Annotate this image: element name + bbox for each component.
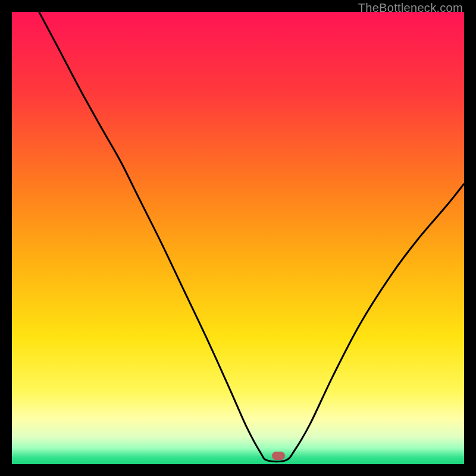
optimal-point-marker — [272, 452, 285, 460]
plot-area — [12, 12, 464, 464]
watermark-text: TheBottleneck.com — [358, 1, 463, 15]
chart-container: TheBottleneck.com — [0, 0, 476, 476]
bottleneck-curve — [12, 12, 464, 464]
